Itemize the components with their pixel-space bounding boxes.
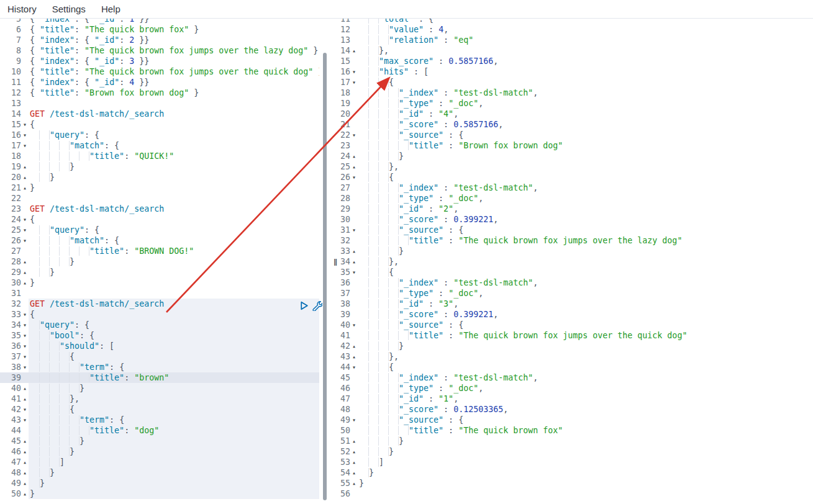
fold-toggle-icon[interactable]: ▴ xyxy=(350,151,358,161)
code-line[interactable]: 14▴ }, xyxy=(337,45,813,56)
fold-toggle-icon[interactable]: ▾ xyxy=(21,225,29,235)
code-line[interactable]: 29▴ } xyxy=(0,267,319,277)
response-editor[interactable]: 11 "total" : {12 "value" : 4,13 "relatio… xyxy=(337,19,813,504)
code-line[interactable]: 33▾{ xyxy=(0,309,319,320)
code-line[interactable]: 41▴ }, xyxy=(0,394,319,404)
fold-toggle-icon[interactable]: ▴ xyxy=(21,383,29,394)
code-line[interactable]: 51▴ } xyxy=(337,436,813,446)
code-line[interactable]: 34▾ "query": { xyxy=(0,320,319,330)
fold-toggle-icon[interactable]: ▾ xyxy=(350,415,358,425)
fold-toggle-icon[interactable]: ▾ xyxy=(350,362,358,372)
code-line[interactable]: 7{ "index": { "_id": 2 }} xyxy=(0,35,319,45)
code-line[interactable]: 35▾ { xyxy=(337,267,813,277)
fold-toggle-icon[interactable]: ▴ xyxy=(350,45,358,56)
fold-toggle-icon[interactable]: ▴ xyxy=(350,246,358,256)
fold-toggle-icon[interactable]: ▴ xyxy=(350,457,358,467)
fold-toggle-icon[interactable]: ▾ xyxy=(21,404,29,415)
fold-toggle-icon[interactable]: ▴ xyxy=(21,182,29,193)
code-line[interactable]: 48▴ } xyxy=(0,467,319,478)
code-line[interactable]: 12 "value" : 4, xyxy=(337,24,813,35)
code-line[interactable]: 26▾ { xyxy=(337,172,813,182)
code-line[interactable]: 40▾ "_source" : { xyxy=(337,320,813,330)
code-line[interactable]: 11{ "index": { "_id": 4 }} xyxy=(0,77,319,88)
code-line[interactable]: 44 "title": "dog" xyxy=(0,425,319,436)
left-editor-scrollbar[interactable] xyxy=(323,53,327,500)
code-line[interactable]: 11 "total" : { xyxy=(337,19,813,24)
code-line[interactable]: 42▴ } xyxy=(337,341,813,351)
fold-toggle-icon[interactable]: ▴ xyxy=(21,161,29,172)
code-line[interactable]: 19 "_type" : "_doc", xyxy=(337,98,813,109)
code-line[interactable]: 23 "title" : "Brown fox brown dog" xyxy=(337,140,813,151)
code-line[interactable]: 49▴ } xyxy=(0,478,319,488)
code-line[interactable]: 43▴ }, xyxy=(337,351,813,362)
code-line[interactable]: 32 "title" : "The quick brown fox jumps … xyxy=(337,235,813,246)
fold-toggle-icon[interactable]: ▾ xyxy=(21,119,29,130)
code-line[interactable]: 50▴} xyxy=(0,488,319,499)
fold-toggle-icon[interactable]: ▴ xyxy=(21,488,29,499)
code-line[interactable]: 39 "title": "brown" xyxy=(0,372,319,383)
code-line[interactable]: 5{ "index": { "_id": 1 }} xyxy=(0,19,319,24)
fold-toggle-icon[interactable]: ▾ xyxy=(21,140,29,151)
code-line[interactable]: 44▾ { xyxy=(337,362,813,372)
code-line[interactable]: 15 "max_score" : 0.5857166, xyxy=(337,56,813,66)
fold-toggle-icon[interactable]: ▾ xyxy=(350,77,358,88)
code-line[interactable]: 9{ "index": { "_id": 3 }} xyxy=(0,56,319,66)
fold-toggle-icon[interactable]: ▾ xyxy=(21,130,29,140)
code-line[interactable]: 38 "_id" : "3", xyxy=(337,299,813,309)
code-line[interactable]: 34▴ }, xyxy=(337,256,813,267)
code-line[interactable]: 31 xyxy=(0,288,319,299)
fold-toggle-icon[interactable]: ▴ xyxy=(21,267,29,277)
code-line[interactable]: 45 "_index" : "test-dsl-match", xyxy=(337,372,813,383)
fold-toggle-icon[interactable]: ▾ xyxy=(350,66,358,77)
fold-toggle-icon[interactable]: ▴ xyxy=(21,172,29,182)
code-line[interactable]: 56 xyxy=(337,488,813,499)
code-line[interactable]: 30▴} xyxy=(0,277,319,288)
fold-toggle-icon[interactable]: ▴ xyxy=(350,467,358,478)
code-line[interactable]: 18 "title": "QUICK!" xyxy=(0,151,319,161)
code-line[interactable]: 30 "_score" : 0.399221, xyxy=(337,214,813,225)
code-line[interactable]: 17▾ "match": { xyxy=(0,140,319,151)
fold-toggle-icon[interactable]: ▾ xyxy=(21,362,29,372)
code-line[interactable]: 37▾ { xyxy=(0,351,319,362)
fold-toggle-icon[interactable]: ▴ xyxy=(350,351,358,362)
code-line[interactable]: 22▾ "_source" : { xyxy=(337,130,813,140)
code-line[interactable]: 6{ "title": "The quick brown fox" } xyxy=(0,24,319,35)
code-line[interactable]: 24▴ } xyxy=(337,151,813,161)
fold-toggle-icon[interactable]: ▴ xyxy=(21,436,29,446)
code-line[interactable]: 20 "_id" : "4", xyxy=(337,109,813,119)
code-line[interactable]: 37 "_type" : "_doc", xyxy=(337,288,813,299)
fold-toggle-icon[interactable]: ▾ xyxy=(350,225,358,235)
code-line[interactable]: 28 "_type" : "_doc", xyxy=(337,193,813,204)
fold-toggle-icon[interactable]: ▾ xyxy=(21,214,29,225)
fold-toggle-icon[interactable]: ▴ xyxy=(21,394,29,404)
panel-splitter-handle[interactable]: ‖ xyxy=(331,256,340,269)
code-line[interactable]: 47 "_id" : "1", xyxy=(337,394,813,404)
code-line[interactable]: 54▴ } xyxy=(337,467,813,478)
code-line[interactable]: 53▴ ] xyxy=(337,457,813,467)
code-line[interactable]: 32GET /test-dsl-match/_search xyxy=(0,299,319,309)
fold-toggle-icon[interactable]: ▴ xyxy=(350,436,358,446)
code-line[interactable]: 13 xyxy=(0,98,319,109)
fold-toggle-icon[interactable]: ▾ xyxy=(21,235,29,246)
code-line[interactable]: 47▴ ] xyxy=(0,457,319,467)
code-line[interactable]: 17▾ { xyxy=(337,77,813,88)
code-line[interactable]: 31▾ "_source" : { xyxy=(337,225,813,235)
code-line[interactable]: 21 "_score" : 0.5857166, xyxy=(337,119,813,130)
code-line[interactable]: 39 "_score" : 0.399221, xyxy=(337,309,813,320)
fold-toggle-icon[interactable]: ▾ xyxy=(350,267,358,277)
code-line[interactable]: 15▾{ xyxy=(0,119,319,130)
code-line[interactable]: 36 "_index" : "test-dsl-match", xyxy=(337,277,813,288)
code-line[interactable]: 46▴ } xyxy=(0,446,319,457)
fold-toggle-icon[interactable]: ▴ xyxy=(350,161,358,172)
code-line[interactable]: 38▾ "term": { xyxy=(0,362,319,372)
code-line[interactable]: 50 "title" : "The quick brown fox" xyxy=(337,425,813,436)
request-editor[interactable]: 5{ "index": { "_id": 1 }}6{ "title": "Th… xyxy=(0,19,319,504)
code-line[interactable]: 16▾ "hits" : [ xyxy=(337,66,813,77)
code-line[interactable]: 28▴ } xyxy=(0,256,319,267)
fold-toggle-icon[interactable]: ▴ xyxy=(21,467,29,478)
code-line[interactable]: 33▴ } xyxy=(337,246,813,256)
code-line[interactable]: 20▴ } xyxy=(0,172,319,182)
fold-toggle-icon[interactable]: ▴ xyxy=(350,478,358,488)
fold-toggle-icon[interactable]: ▾ xyxy=(21,320,29,330)
code-line[interactable]: 36▾ "should": [ xyxy=(0,341,319,351)
